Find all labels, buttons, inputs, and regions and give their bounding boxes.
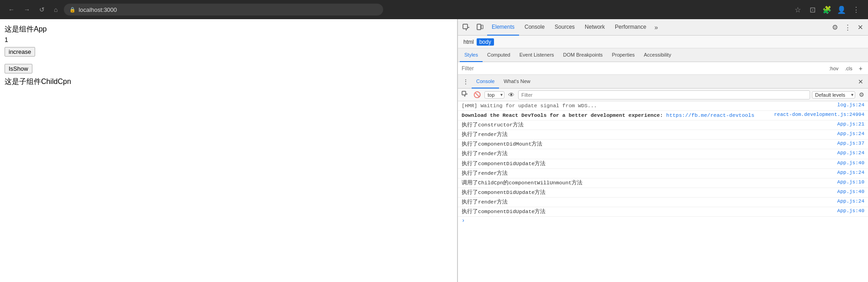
- console-source-5[interactable]: App.js:24: [837, 170, 864, 175]
- console-line-7: 执行了componentDidUpdate方法 App.js:40: [458, 188, 868, 198]
- more-tabs-button[interactable]: »: [652, 22, 661, 33]
- close-devtools-button[interactable]: ✕: [855, 21, 866, 33]
- console-filter-input[interactable]: [518, 90, 810, 99]
- console-source-6[interactable]: App.js:10: [837, 179, 864, 185]
- devtools-toolbar-right: ⚙ ⋮ ✕: [829, 21, 866, 33]
- more-options-button[interactable]: ⋮: [842, 21, 854, 33]
- browser-chrome: ← → ↺ ⌂ 🔒 localhost:3000 ☆ ⊡ 🧩 👤 ⋮: [0, 0, 868, 19]
- console-line-3: 执行了render方法 App.js:24: [458, 149, 868, 159]
- refresh-button[interactable]: ↺: [36, 4, 47, 15]
- extensions-button[interactable]: 🧩: [821, 3, 833, 16]
- devtools-bottom-panel: ⋮ Console What's New ✕ 🚫 top: [458, 75, 868, 282]
- console-source-1[interactable]: App.js:24: [837, 131, 864, 136]
- console-line-react-devtools: Download the React DevTools for a better…: [458, 111, 868, 120]
- console-text-8: 执行了render方法: [462, 198, 834, 206]
- console-prompt-input[interactable]: [467, 218, 864, 224]
- console-text-1: 执行了render方法: [462, 131, 834, 138]
- console-levels-select[interactable]: Default levels: [812, 91, 855, 99]
- console-eye-button[interactable]: 👁: [506, 90, 516, 99]
- address-bar: 🔒 localhost:3000: [64, 4, 383, 16]
- console-context-select[interactable]: top: [484, 91, 504, 99]
- console-text-4: 执行了componentDidUpdate方法: [462, 160, 834, 167]
- profile-button[interactable]: 👤: [835, 3, 848, 16]
- tab-console[interactable]: Console: [520, 19, 549, 36]
- settings-button[interactable]: ⚙: [829, 21, 841, 33]
- console-source-hmr[interactable]: log.js:24: [837, 102, 864, 108]
- console-text-0: 执行了constructor方法: [462, 121, 834, 129]
- breadcrumb-body[interactable]: body: [477, 38, 494, 46]
- hov-button[interactable]: :hov: [827, 65, 841, 72]
- subtab-properties[interactable]: Properties: [607, 48, 639, 62]
- tab-performance[interactable]: Performance: [610, 19, 651, 36]
- tab-elements[interactable]: Elements: [487, 19, 519, 36]
- subtab-styles[interactable]: Styles: [460, 48, 483, 62]
- console-source-4[interactable]: App.js:40: [837, 160, 864, 166]
- url-text: localhost:3000: [78, 6, 117, 13]
- console-line-2: 执行了componentDidMount方法 App.js:37: [458, 140, 868, 149]
- console-source-0[interactable]: App.js:21: [837, 121, 864, 127]
- device-toolbar-button[interactable]: [473, 22, 486, 33]
- console-line-6: 调用了ChildCpn的componentWillUnmount方法 App.j…: [458, 178, 868, 188]
- console-source-7[interactable]: App.js:40: [837, 189, 864, 194]
- console-line-5: 执行了render方法 App.js:24: [458, 169, 868, 178]
- console-source-3[interactable]: App.js:24: [837, 150, 864, 156]
- page-counter: 1: [5, 36, 452, 43]
- star-button[interactable]: ☆: [791, 3, 804, 16]
- styles-filter-input[interactable]: [462, 65, 825, 72]
- console-text-3: 执行了render方法: [462, 150, 834, 157]
- main-area: 这是组件App 1 increase IsShow 这是子组件ChildCpn: [0, 19, 868, 282]
- console-line-0: 执行了constructor方法 App.js:21: [458, 120, 868, 130]
- console-line-9: 执行了componentDidUpdate方法 App.js:40: [458, 207, 868, 217]
- console-output: [HMR] Waiting for update signal from WDS…: [458, 101, 868, 282]
- breadcrumb: html body: [458, 36, 868, 48]
- console-source-8[interactable]: App.js:24: [837, 198, 864, 204]
- console-gear-button[interactable]: ⚙: [857, 90, 866, 99]
- console-inspect-button[interactable]: [460, 90, 470, 99]
- subtab-dom-breakpoints[interactable]: DOM Breakpoints: [559, 48, 608, 62]
- home-button[interactable]: ⌂: [51, 4, 60, 15]
- increase-button[interactable]: increase: [5, 47, 35, 57]
- back-button[interactable]: ←: [5, 4, 17, 15]
- console-text-2: 执行了componentDidMount方法: [462, 141, 834, 148]
- svg-rect-4: [481, 25, 483, 29]
- breadcrumb-html[interactable]: html: [463, 39, 474, 45]
- cls-button[interactable]: .cls: [843, 65, 854, 72]
- console-source-react-devtools[interactable]: react-dom.development.js:24994: [774, 112, 864, 117]
- subtab-computed[interactable]: Computed: [483, 48, 515, 62]
- svg-rect-0: [463, 24, 468, 29]
- isshow-button[interactable]: IsShow: [5, 64, 32, 73]
- react-devtools-link[interactable]: https://fb.me/react-devtools: [666, 112, 754, 118]
- devtools-subtabs: Styles Computed Event Listeners DOM Brea…: [458, 48, 868, 62]
- child-component-title: 这是子组件ChildCpn: [5, 77, 452, 87]
- console-text-9: 执行了componentDidUpdate方法: [462, 208, 834, 215]
- clear-console-button[interactable]: 🚫: [472, 90, 483, 99]
- menu-button[interactable]: ⋮: [850, 3, 863, 16]
- tab-network[interactable]: Network: [580, 19, 609, 36]
- subtab-accessibility[interactable]: Accessibility: [639, 48, 676, 62]
- inspect-element-button[interactable]: [460, 22, 473, 33]
- console-line-4: 执行了componentDidUpdate方法 App.js:40: [458, 159, 868, 169]
- console-dots-button[interactable]: ⋮: [460, 77, 472, 86]
- subtab-event-listeners[interactable]: Event Listeners: [515, 48, 559, 62]
- console-tab-whatsnew[interactable]: What's New: [499, 75, 535, 89]
- console-text-react-devtools: Download the React DevTools for a better…: [462, 112, 770, 119]
- console-source-9[interactable]: App.js:40: [837, 208, 864, 214]
- tab-sources[interactable]: Sources: [550, 19, 579, 36]
- close-console-drawer-button[interactable]: ✕: [855, 77, 866, 86]
- add-style-rule-button[interactable]: +: [857, 64, 864, 73]
- console-line-hmr: [HMR] Waiting for update signal from WDS…: [458, 101, 868, 111]
- console-toolbar: 🚫 top 👁 Default levels ⚙: [458, 89, 868, 101]
- forward-button[interactable]: →: [21, 4, 33, 15]
- console-tabs-bar: ⋮ Console What's New ✕: [458, 75, 868, 89]
- console-line-8: 执行了render方法 App.js:24: [458, 198, 868, 207]
- lock-icon: 🔒: [69, 7, 76, 13]
- console-context-wrapper: top: [484, 91, 504, 99]
- console-levels-wrapper: Default levels: [812, 91, 855, 99]
- console-source-2[interactable]: App.js:37: [837, 141, 864, 146]
- console-tab-console[interactable]: Console: [472, 75, 499, 89]
- cast-button[interactable]: ⊡: [806, 3, 819, 16]
- devtools-main-toolbar: Elements Console Sources Network Perform…: [458, 19, 868, 36]
- console-text-6: 调用了ChildCpn的componentWillUnmount方法: [462, 179, 834, 187]
- webpage-content: 这是组件App 1 increase IsShow 这是子组件ChildCpn: [0, 19, 457, 282]
- app-title: 这是组件App: [5, 25, 452, 34]
